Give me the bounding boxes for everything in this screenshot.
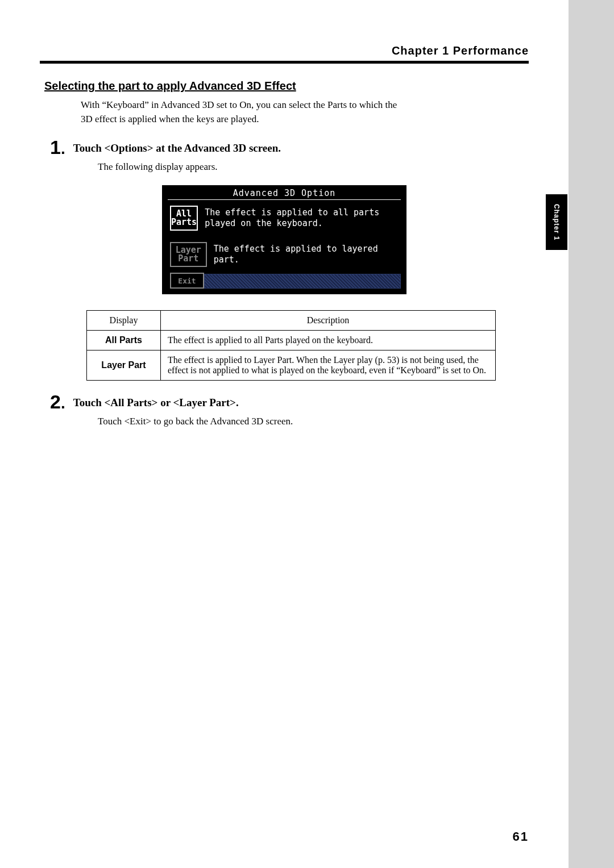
th-description: Description — [161, 311, 496, 331]
header-rule — [40, 61, 529, 64]
row-desc-all-parts: The effect is applied to all Parts playe… — [161, 331, 496, 350]
step-body: Touch <Exit> to go back the Advanced 3D … — [98, 416, 529, 427]
lcd-button-layer-part[interactable]: Layer Part — [170, 242, 207, 267]
manual-page: Chapter 1 Performance Selecting the part… — [0, 0, 569, 868]
lcd-button-exit[interactable]: Exit — [170, 273, 204, 289]
table-row: Layer Part The effect is applied to Laye… — [87, 350, 496, 381]
table-row: All Parts The effect is applied to all P… — [87, 331, 496, 350]
step-heading: Touch <All Parts> or <Layer Part>. — [73, 397, 239, 409]
section-title: Selecting the part to apply Advanced 3D … — [44, 80, 529, 93]
lcd-button-all-parts[interactable]: All Parts — [170, 206, 198, 231]
step-2: 2 Touch <All Parts> or <Layer Part>. — [50, 392, 529, 411]
th-display: Display — [87, 311, 161, 331]
lcd-row-layer-part: Layer Part The effect is applied to laye… — [163, 236, 405, 273]
lcd-desc-all: The effect is applied to all parts playe… — [205, 207, 399, 229]
lcd-bottom-row: Exit — [163, 273, 405, 293]
chapter-header: Chapter 1 Performance — [40, 44, 529, 57]
step-number: 1 — [50, 137, 65, 157]
step-number: 2 — [50, 392, 65, 411]
step-heading: Touch <Options> at the Advanced 3D scree… — [73, 142, 281, 155]
row-label-all-parts: All Parts — [87, 331, 161, 350]
lcd-row-all-parts: All Parts The effect is applied to all p… — [163, 200, 405, 236]
lcd-title: Advanced 3D Option — [163, 186, 405, 199]
lcd-button-text: Parts — [171, 218, 197, 227]
lcd-button-text: Exit — [178, 277, 196, 285]
page-number: 61 — [513, 829, 529, 844]
lcd-button-text: Part — [178, 254, 198, 263]
lcd-screenshot: Advanced 3D Option All Parts The effect … — [162, 185, 406, 294]
intro-text: With “Keyboard” in Advanced 3D set to On… — [81, 98, 410, 126]
row-desc-layer-part: The effect is applied to Layer Part. Whe… — [161, 350, 496, 381]
row-label-layer-part: Layer Part — [87, 350, 161, 381]
step-1: 1 Touch <Options> at the Advanced 3D scr… — [50, 137, 529, 157]
lcd-scrollbar — [204, 274, 401, 289]
table-header-row: Display Description — [87, 311, 496, 331]
side-tab-chapter: Chapter 1 — [546, 194, 567, 250]
options-table: Display Description All Parts The effect… — [86, 310, 496, 381]
step-body: The following display appears. — [98, 161, 529, 173]
lcd-desc-layer: The effect is applied to layered part. — [214, 244, 399, 266]
